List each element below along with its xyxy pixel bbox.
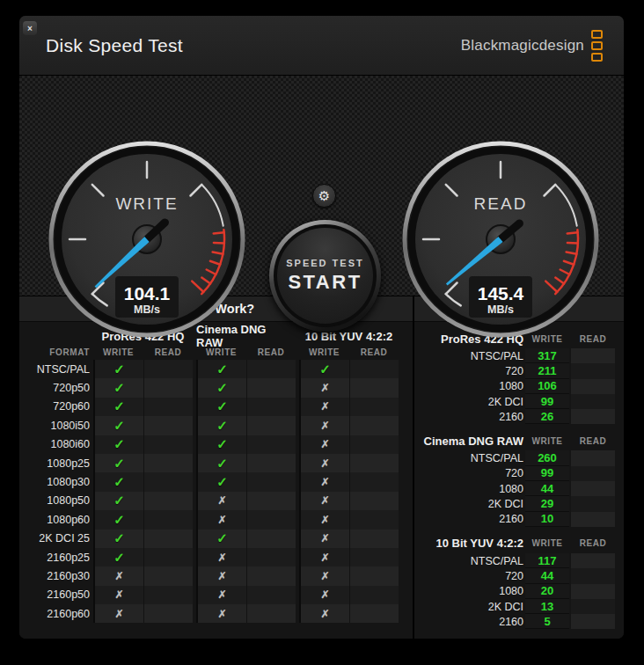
read-column-header: READ — [571, 534, 615, 553]
read-speed-value — [571, 512, 615, 527]
write-speed-value: 106 — [525, 379, 569, 394]
write-support-cell: ✓ — [93, 510, 143, 529]
gauge-label: READ — [474, 194, 528, 213]
gauge-value: 104.1 — [124, 283, 171, 303]
write-support-cell: ✗ — [299, 566, 349, 585]
write-support-cell: ✗ — [196, 492, 246, 510]
read-speed-value — [571, 553, 615, 568]
write-support-cell: ✓ — [196, 416, 246, 435]
cross-icon: ✗ — [320, 570, 329, 582]
read-support-cell — [143, 566, 193, 585]
read-support-cell — [143, 492, 193, 510]
cross-icon: ✗ — [114, 570, 123, 582]
cross-icon: ✗ — [217, 588, 226, 601]
app-title: Disk Speed Test — [46, 16, 183, 76]
read-support-cell — [246, 548, 296, 566]
brand-name: Blackmagicdesign — [461, 37, 584, 55]
settings-gear-button[interactable]: ⚙ — [312, 184, 336, 208]
read-support-cell — [349, 548, 399, 566]
read-speed-value — [571, 394, 615, 409]
write-support-cell: ✓ — [93, 548, 143, 566]
read-support-cell — [246, 492, 296, 510]
write-support-cell: ✗ — [196, 548, 246, 566]
write-support-cell: ✓ — [196, 435, 246, 454]
read-speed-value — [571, 363, 615, 378]
cross-icon: ✗ — [217, 514, 226, 526]
will-it-work-table: ProRes 422 HQ Cinema DNG RAW 10 Bit YUV … — [19, 322, 413, 623]
read-speed-value — [571, 481, 615, 496]
will-it-work-panel: Will It Work? ProRes 422 HQ Cinema DNG R… — [19, 296, 413, 639]
read-support-cell — [246, 435, 296, 454]
write-speed-value: 10 — [525, 512, 569, 527]
read-speed-value — [571, 496, 615, 511]
gauge-value: 145.4 — [478, 283, 524, 303]
write-support-cell: ✓ — [93, 454, 143, 472]
write-speed-value: 260 — [525, 450, 569, 465]
cross-icon: ✗ — [217, 570, 226, 582]
format-label: 2160p25 — [19, 548, 93, 566]
format-label: NTSC/PAL — [19, 360, 93, 378]
format-label: 2160 — [414, 512, 523, 527]
format-label: 1080i50 — [19, 416, 93, 435]
format-column-header: FORMAT — [19, 345, 93, 360]
cross-icon: ✗ — [320, 457, 329, 470]
blackmagic-logo-icon — [591, 30, 603, 62]
read-support-cell — [349, 604, 399, 623]
write-speed-value: 99 — [525, 466, 569, 481]
write-support-cell: ✓ — [93, 360, 143, 378]
read-support-cell — [246, 378, 296, 397]
read-speed-value — [571, 348, 615, 363]
write-speed-value: 44 — [525, 481, 569, 496]
read-support-cell — [246, 472, 296, 491]
read-support-cell — [143, 472, 193, 491]
write-support-cell: ✓ — [93, 472, 143, 491]
write-speed-value: 13 — [525, 599, 569, 614]
write-support-cell: ✓ — [196, 472, 246, 491]
read-speed-value — [571, 568, 615, 583]
read-speed-value — [571, 466, 615, 481]
check-icon: ✓ — [319, 362, 331, 377]
read-support-cell — [246, 530, 296, 548]
read-support-cell — [349, 472, 399, 491]
write-support-cell: ✓ — [93, 530, 143, 548]
write-support-cell: ✓ — [93, 378, 143, 397]
close-button[interactable]: × — [23, 21, 37, 35]
read-support-cell — [246, 586, 296, 604]
cross-icon: ✗ — [217, 608, 226, 620]
write-support-cell: ✗ — [299, 586, 349, 604]
check-icon: ✓ — [216, 380, 228, 396]
check-icon: ✓ — [113, 512, 125, 528]
read-support-cell — [349, 530, 399, 548]
write-speed-value: 20 — [525, 584, 569, 599]
write-support-cell: ✗ — [299, 530, 349, 548]
check-icon: ✓ — [216, 474, 228, 490]
write-support-cell: ✓ — [93, 435, 143, 454]
how-fast-section: 10 Bit YUV 4:2:2WRITEREADNTSC/PAL1177204… — [414, 534, 624, 629]
format-label: 1080 — [414, 481, 523, 496]
read-support-cell — [349, 586, 399, 604]
format-label: 2K DCI — [414, 496, 523, 511]
format-label: 2160p60 — [19, 604, 93, 623]
format-label: NTSC/PAL — [414, 348, 523, 363]
read-support-cell — [143, 416, 193, 435]
write-support-cell: ✗ — [196, 586, 246, 604]
read-speed-value — [571, 614, 615, 629]
how-fast-section: ProRes 422 HQWRITEREADNTSC/PAL3177202111… — [414, 329, 624, 424]
cross-icon: ✗ — [320, 476, 329, 488]
read-support-cell — [143, 454, 193, 472]
cross-icon: ✗ — [320, 400, 329, 413]
read-support-cell — [246, 454, 296, 472]
read-support-cell — [143, 398, 193, 416]
read-support-cell — [246, 510, 296, 529]
write-gauge: WRITE 104.1 MB/s — [48, 141, 245, 338]
cross-icon: ✗ — [320, 514, 329, 526]
start-button[interactable]: SPEED TEST START — [269, 220, 381, 332]
how-fast-panel: How Fast? ProRes 422 HQWRITEREADNTSC/PAL… — [413, 296, 624, 639]
write-speed-value: 44 — [525, 568, 569, 583]
write-support-cell: ✗ — [299, 454, 349, 472]
write-support-cell: ✗ — [299, 492, 349, 510]
write-support-cell: ✓ — [93, 492, 143, 510]
write-column-header: WRITE — [299, 345, 349, 360]
write-column-header: WRITE — [196, 345, 246, 360]
write-speed-value: 29 — [525, 496, 569, 511]
